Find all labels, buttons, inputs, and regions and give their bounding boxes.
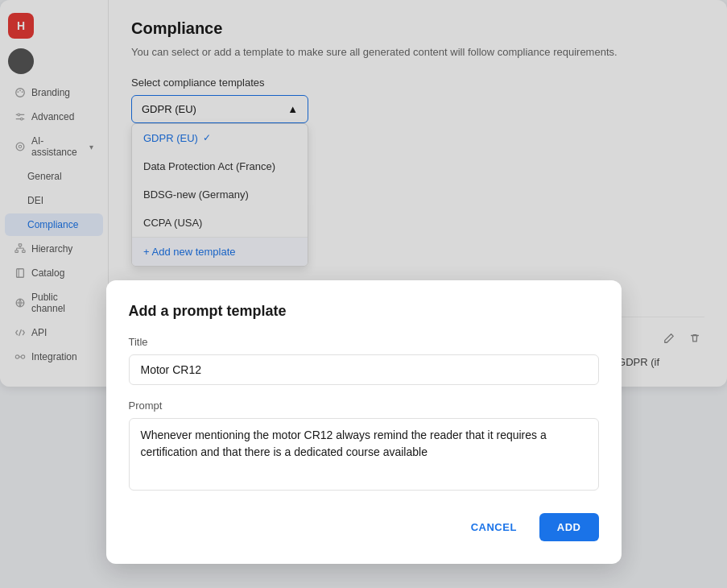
prompt-textarea[interactable]: Whenever mentioning the motor CR12 alway… [129,418,599,491]
title-input[interactable] [129,354,599,385]
title-field: Title [129,336,599,385]
title-field-label: Title [129,336,599,348]
prompt-field-label: Prompt [129,400,599,412]
prompt-field: Prompt Whenever mentioning the motor CR1… [129,400,599,494]
dialog-overlay: Add a prompt template Title Prompt Whene… [0,0,727,588]
cancel-button[interactable]: CANCEL [456,513,531,541]
dialog-footer: CANCEL ADD [129,513,599,541]
add-prompt-template-dialog: Add a prompt template Title Prompt Whene… [106,280,622,564]
add-button[interactable]: ADD [539,513,599,541]
dialog-title: Add a prompt template [129,303,599,320]
